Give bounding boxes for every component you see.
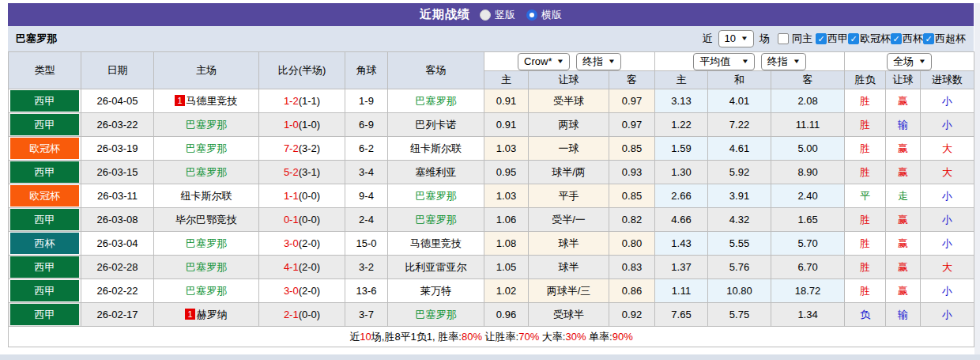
league-type-badge: 西甲 [10, 280, 79, 301]
league-checkbox[interactable]: ✓ [891, 33, 902, 44]
chevron-down-icon: ▼ [608, 55, 616, 68]
league-filter-label: 欧冠杯 [860, 32, 891, 46]
away-team-name: 塞维利亚 [416, 166, 457, 178]
cell-avg-home-odds: 4.66 [655, 208, 708, 232]
away-team-name: 巴塞罗那 [416, 214, 457, 225]
cell-result-handicap: 赢 [886, 208, 921, 232]
avg-stage-select[interactable]: 终指 ▼ [761, 53, 806, 70]
bookmaker-select[interactable]: Crow* ▼ [518, 53, 570, 70]
avg-selector-cell: 平均值 ▼ 终指 ▼ [655, 52, 845, 71]
cell-crow-home-odds: 1.02 [484, 279, 529, 303]
cell-date: 26-03-19 [81, 137, 154, 161]
cell-corners: 6-2 [345, 137, 388, 161]
col-header-type: 类型 [9, 52, 81, 89]
cell-home-team: 巴塞罗那 [154, 256, 259, 279]
home-team-name: 巴塞罗那 [186, 166, 227, 178]
col-header-crow-handicap: 让球 [529, 71, 609, 89]
cell-away-team: 巴列卡诺 [388, 113, 484, 137]
cell-away-team: 巴塞罗那 [388, 208, 484, 232]
cell-away-team: 莱万特 [388, 279, 484, 303]
cell-avg-home-odds: 3.13 [655, 89, 708, 113]
scope-select[interactable]: 全场 ▼ [887, 53, 932, 70]
cell-crow-handicap: 球半/两 [529, 161, 609, 184]
full-time-score: 3-0 [284, 237, 299, 249]
cell-score: 7-2(3-2) [259, 137, 345, 161]
half-time-score: (3-1) [299, 166, 320, 178]
results-tbody: 西甲26-04-051马德里竞技1-2(1-1)1-9巴塞罗那0.91受半球0.… [9, 89, 974, 327]
recent-count-select[interactable]: 10 ▼ [718, 30, 754, 47]
cell-avg-away-odds: 8.90 [771, 161, 845, 184]
cell-avg-away-odds: 6.70 [771, 256, 845, 279]
table-row: 西甲26-02-28巴塞罗那4-1(2-0)3-2比利亚雷亚尔1.05球半0.8… [9, 256, 974, 279]
cell-home-team: 巴塞罗那 [154, 279, 259, 303]
league-checkbox[interactable]: ✓ [816, 33, 827, 44]
page-background-gutter [974, 3, 980, 354]
half-time-score: (2-0) [299, 285, 320, 297]
home-team-name: 巴塞罗那 [186, 142, 227, 154]
away-team-name: 马德里竞技 [410, 237, 462, 249]
cell-corners: 15-0 [345, 232, 388, 256]
cell-crow-away-odds: 0.92 [609, 303, 655, 327]
cell-home-team: 巴塞罗那 [154, 113, 259, 137]
summary-row: 近10场,胜8平1负1, 胜率:80% 让胜率:70% 大率:30% 单率:90… [9, 327, 974, 347]
cell-result-handicap: 赢 [886, 232, 921, 256]
league-checkbox[interactable]: ✓ [848, 33, 859, 44]
cell-score: 4-1(2-0) [259, 256, 345, 279]
cell-avg-home-odds: 1.43 [655, 232, 708, 256]
table-row: 西甲26-04-051马德里竞技1-2(1-1)1-9巴塞罗那0.91受半球0.… [9, 89, 974, 113]
cell-league-type: 西杯 [9, 232, 81, 256]
same-home-checkbox[interactable] [778, 33, 789, 44]
cell-league-type: 西甲 [9, 279, 81, 303]
cell-date: 26-04-05 [81, 89, 154, 113]
cell-result-goals: 小 [921, 113, 974, 137]
cell-crow-away-odds: 0.82 [609, 208, 655, 232]
cell-avg-draw-odds: 5.75 [708, 303, 771, 327]
away-team-name: 巴列卡诺 [416, 119, 457, 131]
summary-cell: 近10场,胜8平1负1, 胜率:80% 让胜率:70% 大率:30% 单率:90… [9, 327, 974, 347]
summary-segment: 30% [565, 331, 586, 343]
cell-date: 26-03-04 [81, 232, 154, 256]
cell-crow-home-odds: 1.06 [484, 208, 529, 232]
cell-avg-away-odds: 18.72 [771, 279, 845, 303]
half-time-score: (2-0) [299, 261, 320, 273]
avg-select[interactable]: 平均值 ▼ [693, 53, 755, 70]
summary-segment: 场,胜8平1负1, [371, 331, 439, 343]
summary-segment: 90% [612, 331, 633, 343]
league-filter-label: 西甲 [827, 32, 848, 46]
away-team-name: 巴塞罗那 [416, 309, 457, 320]
cell-score: 1-0(1-0) [259, 113, 345, 137]
cell-result-goals: 小 [921, 279, 974, 303]
full-time-score: 2-1 [284, 309, 299, 320]
layout-radio-group: 竖版横版 [480, 8, 562, 22]
cell-crow-away-odds: 0.97 [609, 113, 655, 137]
cell-crow-away-odds: 0.85 [609, 184, 655, 208]
cell-crow-home-odds: 0.95 [484, 161, 529, 184]
cell-corners: 2-4 [345, 208, 388, 232]
cell-crow-handicap: 球半 [529, 232, 609, 256]
home-team-name: 巴塞罗那 [186, 237, 227, 249]
full-time-score: 0-1 [284, 214, 299, 225]
league-checkbox[interactable]: ✓ [923, 33, 934, 44]
table-row: 西甲26-03-22巴塞罗那1-0(1-0)6-9巴列卡诺0.91两球0.971… [9, 113, 974, 137]
selector-header-row: 类型 日期 主场 比分(半场) 角球 客场 Crow* ▼ 终指 ▼ [9, 52, 974, 71]
cell-away-team: 纽卡斯尔联 [388, 137, 484, 161]
cell-crow-handicap: 一球 [529, 137, 609, 161]
cell-avg-home-odds: 1.22 [655, 113, 708, 137]
radio-button-icon[interactable] [526, 9, 537, 21]
cell-league-type: 欧冠杯 [9, 137, 81, 161]
col-header-crow-home: 主 [484, 71, 529, 89]
cell-result-goals: 小 [921, 89, 974, 113]
cell-result-wdl: 负 [845, 303, 886, 327]
cell-result-wdl: 平 [845, 184, 886, 208]
radio-button-icon[interactable] [480, 9, 491, 21]
cell-avg-draw-odds: 4.01 [708, 89, 771, 113]
cell-crow-handicap: 受半/一 [529, 208, 609, 232]
league-type-badge: 西杯 [10, 233, 79, 254]
crow-stage-select[interactable]: 终指 ▼ [576, 53, 621, 70]
cell-score: 0-1(0-0) [259, 208, 345, 232]
cell-avg-draw-odds: 5.92 [708, 161, 771, 184]
home-team-name: 毕尔巴鄂竞技 [175, 214, 237, 225]
league-type-badge: 西甲 [10, 304, 79, 325]
filter-controls: 近 10 ▼ 场 同主 ✓西甲✓欧冠杯✓西杯✓西超杯 [703, 30, 966, 47]
cell-result-handicap: 赢 [886, 161, 921, 184]
